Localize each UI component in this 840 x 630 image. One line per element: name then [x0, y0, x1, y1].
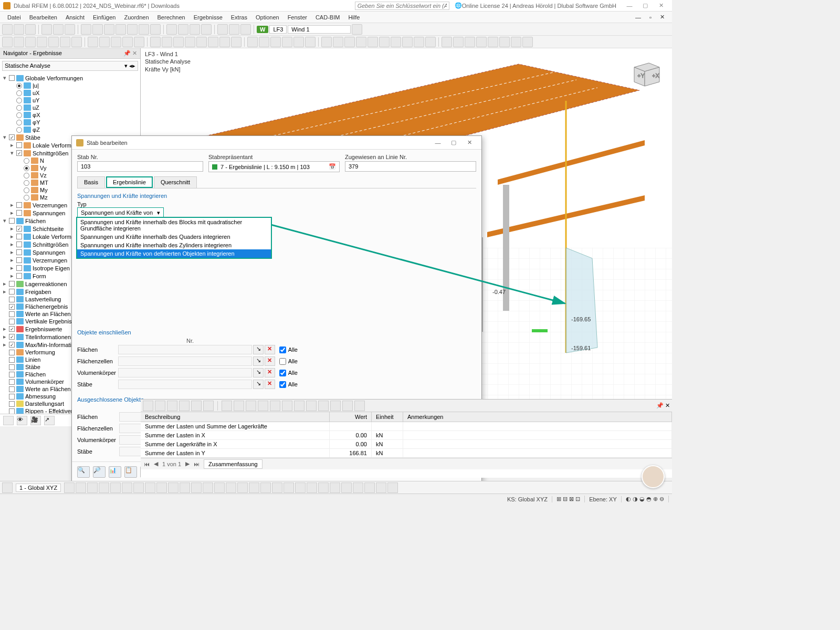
results-table[interactable]: Beschreibung Wert Einheit Anmerkungen Su…: [141, 412, 672, 458]
analysis-combo[interactable]: Statische Analyse ▾ ◂▸: [2, 61, 138, 71]
pin-icon[interactable]: 📌 ✕: [123, 50, 137, 57]
tb2-30[interactable]: [356, 37, 366, 47]
checkbox[interactable]: [9, 281, 15, 287]
pick-icon[interactable]: ↘: [253, 356, 264, 366]
tree-item[interactable]: φY: [2, 119, 138, 126]
checkbox[interactable]: [16, 249, 22, 255]
checkbox[interactable]: [9, 408, 15, 414]
tb2-10[interactable]: [111, 37, 121, 47]
lb-11[interactable]: [168, 482, 178, 493]
clear-icon[interactable]: ✕: [265, 345, 275, 354]
status-grid-icon[interactable]: ⊞ ⊟ ⊠ ⊡: [552, 496, 585, 502]
checkbox[interactable]: [9, 319, 15, 324]
tb2-33[interactable]: [391, 37, 401, 47]
lb-14[interactable]: [203, 482, 213, 493]
lb-15[interactable]: [214, 482, 225, 493]
row-input[interactable]: [118, 380, 252, 389]
tab-ergebnislinie[interactable]: Ergebnislinie: [106, 176, 153, 188]
checkbox[interactable]: [16, 226, 22, 232]
pager-last[interactable]: ⏭: [194, 461, 200, 467]
radio[interactable]: [16, 90, 22, 96]
radio[interactable]: [24, 173, 29, 178]
tb2-16[interactable]: [185, 37, 195, 47]
tb-print[interactable]: [41, 24, 52, 35]
tb2-28[interactable]: [333, 37, 343, 47]
menu-hilfe[interactable]: Hilfe: [344, 14, 364, 20]
tt-1[interactable]: [143, 401, 153, 411]
panel-pin[interactable]: 📌 ✕: [656, 402, 670, 409]
radio[interactable]: [16, 127, 22, 133]
tb-next[interactable]: [352, 24, 362, 35]
lb-1[interactable]: [2, 482, 13, 493]
menu-einfuegen[interactable]: Einfügen: [89, 14, 120, 20]
tb2-27[interactable]: [321, 37, 332, 47]
tb-n[interactable]: [240, 24, 251, 35]
radio[interactable]: [24, 187, 29, 193]
radio[interactable]: [24, 165, 29, 171]
nav-tab-1[interactable]: [3, 416, 14, 425]
status-icons[interactable]: ◐ ◑ ◒ ◓ ⊕ ⊖: [622, 496, 669, 502]
tb-save[interactable]: [25, 24, 36, 35]
cs-select[interactable]: 1 - Global XYZ: [16, 484, 61, 492]
tb2-19[interactable]: [219, 37, 230, 47]
alle-checkbox[interactable]: [279, 370, 286, 376]
tb2-24[interactable]: [282, 37, 292, 47]
menu-zuordnen[interactable]: Zuordnen: [120, 14, 153, 20]
tree-item[interactable]: uX: [2, 89, 138, 97]
checkbox[interactable]: [9, 394, 15, 400]
doc-restore[interactable]: ▫: [645, 14, 656, 20]
tb-redo[interactable]: [65, 24, 75, 35]
checkbox[interactable]: [9, 75, 15, 81]
clear-icon[interactable]: ✕: [265, 356, 275, 366]
lb-6[interactable]: [110, 482, 121, 493]
checkbox[interactable]: [9, 334, 15, 340]
tt-3[interactable]: [167, 401, 177, 411]
table-tab-zusammenfassung[interactable]: Zusammenfassung: [204, 459, 262, 469]
tb-f[interactable]: [139, 24, 149, 35]
wind-select[interactable]: Wind 1: [288, 25, 351, 34]
linie-input[interactable]: 379: [345, 161, 476, 172]
lb-23[interactable]: [307, 482, 317, 493]
tb-j[interactable]: [190, 24, 200, 35]
tb-k[interactable]: [201, 24, 212, 35]
tt-11[interactable]: [270, 401, 280, 411]
doc-minimize[interactable]: —: [631, 14, 645, 20]
menu-extras[interactable]: Extras: [227, 14, 251, 20]
tt-16[interactable]: [330, 401, 341, 411]
tt-9[interactable]: [246, 401, 256, 411]
radio[interactable]: [24, 180, 29, 186]
tb-l[interactable]: [217, 24, 228, 35]
checkbox[interactable]: [9, 289, 15, 295]
lf-select[interactable]: LF3: [269, 25, 287, 34]
lb-21[interactable]: [284, 482, 294, 493]
table-row[interactable]: Summe der Lasten und Summe der Lagerkräf…: [141, 422, 672, 431]
checkbox[interactable]: [9, 304, 15, 310]
close-button[interactable]: ✕: [653, 2, 669, 9]
checkbox[interactable]: [9, 401, 15, 407]
typ-dropdown[interactable]: Spannungen und Kräfte innerhalb des Bloc…: [76, 217, 272, 259]
w-badge[interactable]: W: [257, 26, 268, 33]
user-avatar[interactable]: [642, 465, 665, 488]
tab-querschnitt[interactable]: Querschnitt: [154, 176, 197, 188]
tt-7[interactable]: [222, 401, 232, 411]
table-row[interactable]: Summe der Lasten in Y166.81kN: [141, 449, 672, 458]
lb-2[interactable]: [64, 482, 75, 493]
tb2-17[interactable]: [196, 37, 207, 47]
lb-27[interactable]: [353, 482, 363, 493]
checkbox[interactable]: [9, 364, 15, 370]
tb2-35[interactable]: [414, 37, 424, 47]
tree-item[interactable]: |u|: [2, 82, 138, 89]
tt-14[interactable]: [306, 401, 317, 411]
checkbox[interactable]: [9, 357, 15, 363]
row-input[interactable]: [118, 368, 252, 377]
checkbox[interactable]: [16, 265, 22, 271]
checkbox[interactable]: [9, 311, 15, 317]
tb-e[interactable]: [127, 24, 138, 35]
radio[interactable]: [16, 112, 22, 118]
tb-c[interactable]: [104, 24, 114, 35]
tb2-32[interactable]: [379, 37, 390, 47]
lb-5[interactable]: [99, 482, 109, 493]
tt-5[interactable]: [191, 401, 202, 411]
table-row[interactable]: Summe der Lagerkräfte in X0.00kN: [141, 440, 672, 449]
nav-tab-3[interactable]: 🎥: [30, 416, 41, 425]
